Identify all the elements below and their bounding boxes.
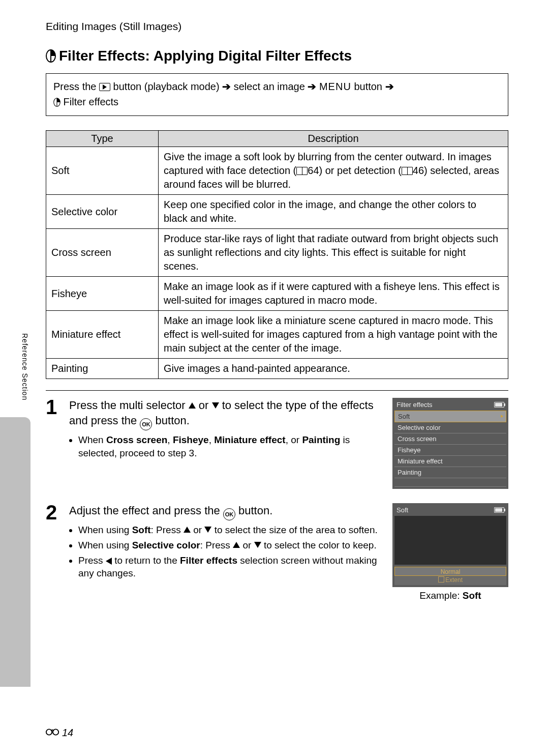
table-row: Miniature effect Make an image look like… — [46, 311, 508, 359]
lcd-item: Miniature effect — [394, 456, 506, 467]
filter-types-table: Type Description Soft Give the image a s… — [46, 130, 508, 379]
type-cell: Painting — [46, 359, 159, 379]
txt: Extent — [445, 576, 463, 584]
step-head: Adjust the effect and press the OK butto… — [69, 503, 383, 520]
table-row: Soft Give the image a soft look by blurr… — [46, 147, 508, 195]
col-header-description: Description — [159, 131, 508, 147]
nav-text: button (playback mode) — [113, 81, 223, 92]
up-icon — [189, 402, 196, 409]
desc-cell: Make an image look like a miniature scen… — [159, 311, 508, 359]
desc-text: ) or pet detection ( — [319, 165, 402, 176]
type-cell: Miniature effect — [46, 311, 159, 359]
step-1: 1 Press the multi selector or to select … — [46, 398, 508, 489]
page-number: 14 — [62, 727, 73, 739]
txt: , — [209, 434, 215, 445]
lcd-slider: Normal Extent — [394, 567, 506, 585]
txt: to select the size of the area to soften… — [211, 525, 377, 535]
manual-ref-icon — [402, 167, 413, 175]
desc-cell: Give the image a soft look by blurring f… — [159, 147, 508, 195]
txt: , or — [286, 434, 302, 445]
lcd-title: Soft — [396, 506, 408, 514]
down-icon — [254, 542, 261, 548]
lcd-screenshot-1: Filter effects Soft Selective color Cros… — [392, 398, 508, 489]
desc-text: 64 — [308, 165, 319, 176]
arrow-right-icon: ➔ — [308, 81, 316, 92]
lcd-item: Selective color — [394, 422, 506, 433]
txt: Press — [78, 555, 106, 566]
lcd-caption: Example: Soft — [392, 590, 508, 601]
page: Reference Section Editing Images (Still … — [0, 0, 549, 756]
table-row: Fisheye Make an image look as if it were… — [46, 277, 508, 311]
lcd-blank-row — [394, 478, 506, 487]
steps-list: 1 Press the multi selector or to select … — [46, 398, 508, 601]
lcd-screenshot-2: Soft Normal Extent Example: Soft — [392, 503, 508, 601]
txt: When — [78, 434, 106, 445]
lcd-preview-area — [394, 516, 506, 565]
txt: Adjust the effect and press the — [69, 504, 223, 517]
txt: or — [191, 525, 204, 535]
txt: When using — [78, 525, 132, 535]
step-head: Press the multi selector or to select th… — [69, 398, 383, 430]
type-cell: Cross screen — [46, 229, 159, 277]
txt: When using — [78, 540, 132, 550]
lcd-extent-label: Extent — [394, 576, 506, 585]
ok-button-icon: OK — [140, 418, 152, 430]
step-number: 1 — [46, 397, 69, 417]
side-tab-label: Reference Section — [21, 333, 29, 400]
down-icon — [204, 527, 211, 533]
down-icon — [212, 402, 219, 409]
step-bullet: Press to return to the Filter effects se… — [78, 554, 383, 580]
bold: Soft — [463, 590, 481, 601]
lcd-slider-label: Normal — [394, 567, 506, 576]
extent-icon — [438, 576, 444, 583]
lcd-item: Cross screen — [394, 433, 506, 445]
txt: Example: — [419, 590, 462, 601]
txt: or — [240, 540, 254, 550]
nav-text: Filter effects — [64, 96, 119, 107]
battery-icon — [494, 402, 504, 408]
table-row: Selective color Keep one specified color… — [46, 195, 508, 229]
type-cell: Fisheye — [46, 277, 159, 311]
manual-ref-icon — [296, 167, 308, 175]
lcd-title: Filter effects — [396, 401, 433, 409]
page-footer: 14 — [46, 727, 73, 739]
side-thumb-block — [0, 417, 30, 687]
nav-text: Press the — [53, 81, 99, 92]
desc-text: 46 — [413, 165, 424, 176]
menu-button-label: MENU — [319, 81, 351, 92]
page-title: Filter Effects: Applying Digital Filter … — [46, 48, 508, 64]
txt: , — [167, 434, 173, 445]
desc-cell: Make an image look as if it were capture… — [159, 277, 508, 311]
left-icon — [106, 558, 112, 565]
playback-icon — [99, 83, 110, 91]
step-bullet: When using Soft: Press or to select the … — [78, 524, 383, 537]
txt: or — [196, 399, 212, 412]
up-icon — [184, 527, 191, 533]
desc-cell: Give images a hand-painted appearance. — [159, 359, 508, 379]
filter-icon — [46, 49, 56, 63]
lcd-item: Fisheye — [394, 445, 506, 456]
txt: to select the color to keep. — [261, 540, 377, 550]
arrow-right-icon: ➔ — [222, 81, 231, 92]
battery-icon — [494, 507, 504, 513]
divider — [46, 390, 508, 391]
table-row: Cross screen Produce star-like rays of l… — [46, 229, 508, 277]
bold: Cross screen — [106, 434, 167, 445]
col-header-type: Type — [46, 131, 159, 147]
nav-text: select an image — [234, 81, 308, 92]
txt: : Press — [151, 525, 184, 535]
desc-cell: Keep one specified color in the image, a… — [159, 195, 508, 229]
txt: Press the multi selector — [69, 399, 189, 412]
arrow-right-icon: ➔ — [385, 81, 394, 92]
bold: Miniature effect — [214, 434, 285, 445]
step-bullet: When Cross screen, Fisheye, Miniature ef… — [78, 433, 383, 459]
lcd-item-selected: Soft — [394, 411, 506, 422]
table-row: Painting Give images a hand-painted appe… — [46, 359, 508, 379]
filter-icon — [53, 96, 64, 107]
type-cell: Soft — [46, 147, 159, 195]
txt: to return to the — [112, 555, 180, 566]
bold: Filter effects — [180, 555, 237, 566]
navigation-path-box: Press the button (playback mode) ➔ selec… — [46, 73, 508, 116]
bold: Soft — [132, 525, 151, 535]
step-bullet: When using Selective color: Press or to … — [78, 539, 383, 552]
